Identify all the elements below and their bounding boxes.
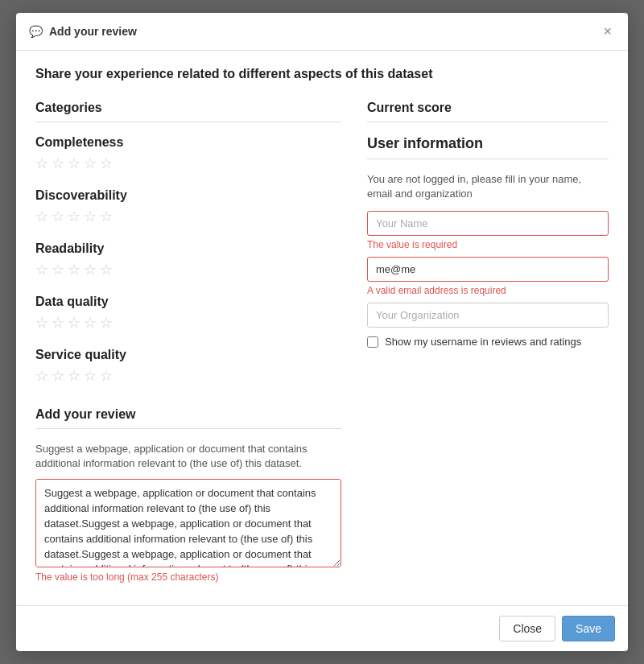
data-quality-star-5[interactable]: ☆ <box>100 314 113 332</box>
name-field-container <box>367 211 609 236</box>
discoverability-star-5[interactable]: ☆ <box>100 208 113 225</box>
modal-description: Share your experience related to differe… <box>35 67 609 81</box>
review-section: Add your review Suggest a webpage, appli… <box>35 407 341 583</box>
service-quality-star-3[interactable]: ☆ <box>68 367 80 385</box>
discoverability-stars[interactable]: ☆ ☆ ☆ ☆ ☆ <box>35 208 341 225</box>
completeness-star-1[interactable]: ☆ <box>35 155 48 172</box>
modal-content: Categories Completeness ☆ ☆ ☆ ☆ ☆ Discov… <box>35 101 609 589</box>
category-readability-label: Readability <box>35 241 341 256</box>
show-username-checkbox[interactable] <box>367 336 378 348</box>
modal-title: Add your review <box>49 25 137 38</box>
completeness-star-4[interactable]: ☆ <box>84 155 97 172</box>
save-button[interactable]: Save <box>562 616 615 641</box>
service-quality-star-1[interactable]: ☆ <box>35 367 48 385</box>
completeness-star-3[interactable]: ☆ <box>68 155 80 172</box>
category-data-quality-label: Data quality <box>35 295 341 309</box>
current-score-title: Current score <box>367 101 609 115</box>
modal-close-button[interactable]: × <box>600 23 615 40</box>
data-quality-star-2[interactable]: ☆ <box>52 314 64 332</box>
categories-title: Categories <box>35 101 341 115</box>
readability-star-5[interactable]: ☆ <box>100 261 113 278</box>
left-column: Categories Completeness ☆ ☆ ☆ ☆ ☆ Discov… <box>35 101 341 589</box>
modal-header: 💬 Add your review × <box>16 13 628 51</box>
discoverability-star-2[interactable]: ☆ <box>52 208 64 225</box>
readability-star-1[interactable]: ☆ <box>35 261 48 278</box>
category-discoverability: Discoverability ☆ ☆ ☆ ☆ ☆ <box>35 188 341 225</box>
organization-input[interactable] <box>367 303 609 328</box>
name-error: The value is required <box>367 239 609 250</box>
comment-icon: 💬 <box>29 25 43 38</box>
service-quality-star-4[interactable]: ☆ <box>84 367 97 385</box>
category-data-quality: Data quality ☆ ☆ ☆ ☆ ☆ <box>35 295 341 332</box>
readability-stars[interactable]: ☆ ☆ ☆ ☆ ☆ <box>35 261 341 278</box>
review-section-divider <box>35 428 341 429</box>
modal-footer: Close Save <box>16 605 628 651</box>
completeness-star-5[interactable]: ☆ <box>100 155 113 172</box>
categories-divider <box>35 122 341 122</box>
category-readability: Readability ☆ ☆ ☆ ☆ ☆ <box>35 241 341 278</box>
service-quality-stars[interactable]: ☆ ☆ ☆ ☆ ☆ <box>35 367 341 385</box>
data-quality-star-4[interactable]: ☆ <box>84 314 97 332</box>
username-checkbox-row: Show my username in reviews and ratings <box>367 336 609 348</box>
review-textarea[interactable]: Suggest a webpage, application or docume… <box>35 479 341 567</box>
category-completeness: Completeness ☆ ☆ ☆ ☆ ☆ <box>35 135 341 172</box>
category-discoverability-label: Discoverability <box>35 188 341 203</box>
category-service-quality-label: Service quality <box>35 348 341 362</box>
data-quality-star-3[interactable]: ☆ <box>68 314 80 332</box>
category-completeness-label: Completeness <box>35 135 341 150</box>
data-quality-star-1[interactable]: ☆ <box>35 314 48 332</box>
org-field-container <box>367 303 609 328</box>
close-button[interactable]: Close <box>499 616 555 641</box>
user-info-divider <box>367 159 609 159</box>
email-input[interactable] <box>367 257 609 282</box>
discoverability-star-3[interactable]: ☆ <box>68 208 80 225</box>
readability-star-4[interactable]: ☆ <box>84 261 97 278</box>
email-field-container <box>367 257 609 282</box>
header-left: 💬 Add your review <box>29 25 137 38</box>
readability-star-3[interactable]: ☆ <box>68 261 80 278</box>
data-quality-stars[interactable]: ☆ ☆ ☆ ☆ ☆ <box>35 314 341 332</box>
category-service-quality: Service quality ☆ ☆ ☆ ☆ ☆ <box>35 348 341 385</box>
user-info-description: You are not logged in, please fill in yo… <box>367 172 609 201</box>
completeness-star-2[interactable]: ☆ <box>52 155 64 172</box>
current-score-divider <box>367 122 609 122</box>
service-quality-star-5[interactable]: ☆ <box>100 367 113 385</box>
modal-body: Share your experience related to differe… <box>16 51 628 605</box>
discoverability-star-1[interactable]: ☆ <box>35 208 48 225</box>
email-error: A valid email address is required <box>367 285 609 296</box>
review-modal: 💬 Add your review × Share your experienc… <box>16 13 628 651</box>
review-error: The value is too long (max 255 character… <box>35 571 341 583</box>
show-username-label[interactable]: Show my username in reviews and ratings <box>385 336 581 348</box>
review-description: Suggest a webpage, application or docume… <box>35 442 341 471</box>
service-quality-star-2[interactable]: ☆ <box>52 367 64 385</box>
user-info-title: User information <box>367 135 609 152</box>
readability-star-2[interactable]: ☆ <box>52 261 64 278</box>
discoverability-star-4[interactable]: ☆ <box>84 208 97 225</box>
right-column: Current score User information You are n… <box>367 101 609 589</box>
name-input[interactable] <box>367 211 609 236</box>
review-section-title: Add your review <box>35 407 341 422</box>
completeness-stars[interactable]: ☆ ☆ ☆ ☆ ☆ <box>35 155 341 172</box>
